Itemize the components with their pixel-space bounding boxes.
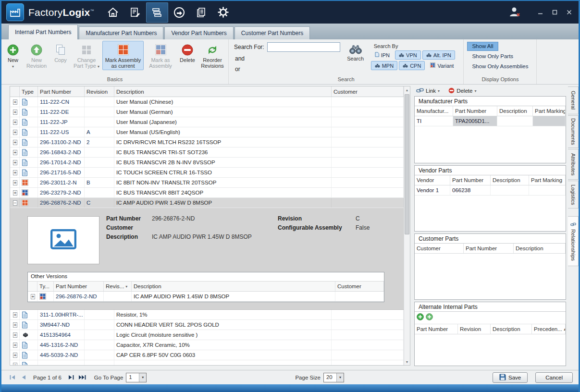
show-only-assemblies-option[interactable]: Show Only Assemblies	[467, 62, 533, 71]
variant-toggle[interactable]: Variant	[426, 61, 457, 70]
search-button[interactable]: Search	[345, 42, 366, 61]
part-row[interactable]: +111-222-CNUser Manual (Chinese)	[10, 97, 404, 107]
delete-button[interactable]: Delete	[177, 41, 197, 64]
part-row[interactable]: +111-222-JPUser Manual (Japanese)	[10, 117, 404, 127]
part-row[interactable]: +296-26876-2-NDIC AMP AUDIO PWR 1.45W D …	[28, 292, 384, 302]
cpn-toggle[interactable]: CPN	[399, 61, 425, 70]
reorder-revisions-button[interactable]: Reorder Revisions	[198, 41, 226, 70]
settings-icon[interactable]	[212, 2, 234, 23]
parts-icon[interactable]	[146, 2, 168, 23]
scroll-up-icon[interactable]: ▲	[404, 86, 410, 93]
tab-manufacturer-part-numbers[interactable]: Manufacturer Part Numbers	[79, 26, 163, 39]
tab-attributes[interactable]: Attributes	[568, 149, 579, 180]
tab-vendor-part-numbers[interactable]: Vendor Part Numbers	[164, 26, 233, 39]
first-page-icon[interactable]	[8, 374, 16, 381]
part-row[interactable]: +311-1.00HRTR-...Resistor, 1%	[10, 310, 404, 320]
close-icon[interactable]	[567, 8, 572, 17]
part-row[interactable]: +4151354964Logic Circuit (moisture sensi…	[10, 330, 404, 340]
alt-ipn-toggle[interactable]: Alt. IPN	[422, 50, 455, 60]
expand-toggle[interactable]: +	[10, 117, 20, 127]
add-alternate-group-icon[interactable]	[426, 313, 433, 322]
filter-dropdown-icon[interactable]: ▾	[125, 284, 127, 289]
column-header[interactable]: Part Number	[450, 175, 491, 185]
expand-toggle[interactable]: +	[10, 158, 20, 167]
part-row[interactable]: +296-17014-2-NDIC BUS TRANSCVR 2B N-INV …	[10, 158, 404, 168]
next-page-icon[interactable]	[67, 374, 75, 381]
scroll-down-icon[interactable]: ▼	[404, 358, 410, 365]
column-header[interactable]: Part Marking	[533, 106, 566, 116]
column-header[interactable]: Description	[497, 106, 533, 116]
part-row[interactable]: +	[10, 360, 404, 366]
column-header-part-number[interactable]: Part Number	[54, 282, 104, 291]
part-row[interactable]: +3M9447-NDCONN HEADER VERT SGL 2POS GOLD	[10, 320, 404, 330]
delete-link-button[interactable]: Delete▾	[448, 87, 476, 95]
column-header[interactable]: Description	[514, 244, 566, 253]
part-row[interactable]: −296-26876-2-NDCIC AMP AUDIO PWR 1.45W D…	[10, 198, 404, 208]
tab-documents[interactable]: Documents	[568, 115, 579, 148]
maximize-icon[interactable]	[552, 8, 557, 17]
table-row[interactable]: Vendor 1066238	[415, 185, 566, 196]
page-size-select[interactable]: 20 ▾	[323, 373, 344, 382]
change-part-type-button[interactable]: Change Part Type ▾	[72, 41, 101, 70]
minimize-icon[interactable]	[538, 8, 543, 17]
save-button[interactable]: Save	[493, 372, 528, 383]
column-header[interactable]: Preceden...▲	[532, 324, 566, 334]
part-row[interactable]: +111-222-USAUser Manual (US/English)	[10, 127, 404, 137]
search-input[interactable]	[267, 42, 340, 52]
part-row[interactable]: +296-13100-2-ND2IC DRVR/RCVR MLTCH RS232…	[10, 137, 404, 147]
expand-toggle[interactable]: +	[10, 310, 20, 319]
column-header[interactable]: Customer	[415, 244, 464, 253]
dispatch-icon[interactable]	[168, 2, 190, 23]
part-image-placeholder[interactable]	[27, 216, 99, 264]
part-row[interactable]: +111-222-DEUser Manual (German)	[10, 107, 404, 117]
tab-logistics[interactable]: Logistics	[568, 181, 579, 208]
documents-icon[interactable]	[190, 2, 212, 23]
home-icon[interactable]	[102, 2, 124, 23]
expand-toggle[interactable]: +	[10, 178, 20, 187]
column-header[interactable]: Part Number	[453, 106, 497, 116]
column-header-revision[interactable]: Revis...▾	[104, 282, 132, 291]
previous-page-icon[interactable]	[19, 374, 27, 381]
expand-toggle[interactable]: +	[10, 340, 20, 350]
column-header[interactable]: Part Number	[415, 324, 458, 334]
column-header[interactable]: Description	[491, 324, 532, 334]
last-page-icon[interactable]	[78, 374, 86, 381]
scrollbar-thumb[interactable]	[405, 94, 409, 234]
copy-button[interactable]: Copy	[50, 41, 71, 64]
mark-as-assembly-button[interactable]: Mark as Assembly	[145, 41, 176, 70]
mpn-toggle[interactable]: MPN	[371, 61, 397, 70]
new-button[interactable]: New▾	[3, 41, 23, 70]
part-row[interactable]: +296-21716-5-NDIC TOUCH SCREEN CTRLR 16-…	[10, 168, 404, 178]
mark-assembly-current-button[interactable]: Mark Assembly as current	[102, 41, 144, 70]
expand-toggle[interactable]: +	[10, 127, 20, 137]
expand-toggle[interactable]: −	[10, 198, 20, 208]
expand-toggle[interactable]: +	[10, 188, 20, 197]
add-alternate-part-icon[interactable]	[417, 313, 424, 322]
column-header-customer[interactable]: Customer	[335, 282, 384, 291]
column-header-description[interactable]: Description	[114, 86, 332, 97]
expand-toggle[interactable]: +	[10, 107, 20, 117]
production-icon[interactable]	[124, 2, 146, 23]
column-header[interactable]: Description	[491, 175, 529, 185]
new-revision-button[interactable]: New Revision	[24, 41, 49, 70]
column-header-description[interactable]: Description	[132, 282, 335, 291]
column-header[interactable]: Part Number	[464, 244, 514, 253]
vpn-toggle[interactable]: VPN	[395, 50, 421, 60]
column-header[interactable]: Vendor	[415, 175, 450, 185]
column-header[interactable]: Manufactur...	[415, 106, 453, 116]
expand-toggle[interactable]: +	[28, 292, 37, 301]
expand-toggle[interactable]: +	[10, 360, 20, 366]
column-header-revision[interactable]: Revision	[85, 86, 114, 97]
tab-general[interactable]: General	[568, 86, 579, 114]
part-row[interactable]: +445-1316-2-NDCapacitor, X7R Ceramic, 10…	[10, 340, 404, 350]
link-button[interactable]: Link▾	[416, 87, 440, 94]
part-row[interactable]: +296-23279-2-NDIC BUS TRANSCVR 8BIT 24QS…	[10, 188, 404, 198]
goto-page-select[interactable]: 1 ▾	[126, 373, 147, 382]
table-row[interactable]: TITPA2005D1...	[415, 116, 566, 126]
column-header-customer[interactable]: Customer	[332, 86, 404, 97]
part-row[interactable]: +445-5039-2-NDCAP CER 6.8PF 50V C0G 0603	[10, 350, 404, 360]
tab-customer-part-numbers[interactable]: Customer Part Numbers	[234, 26, 310, 39]
show-all-option[interactable]: Show All	[467, 42, 498, 51]
column-header[interactable]: Part Marking	[529, 175, 566, 185]
expand-toggle[interactable]: +	[10, 330, 20, 340]
